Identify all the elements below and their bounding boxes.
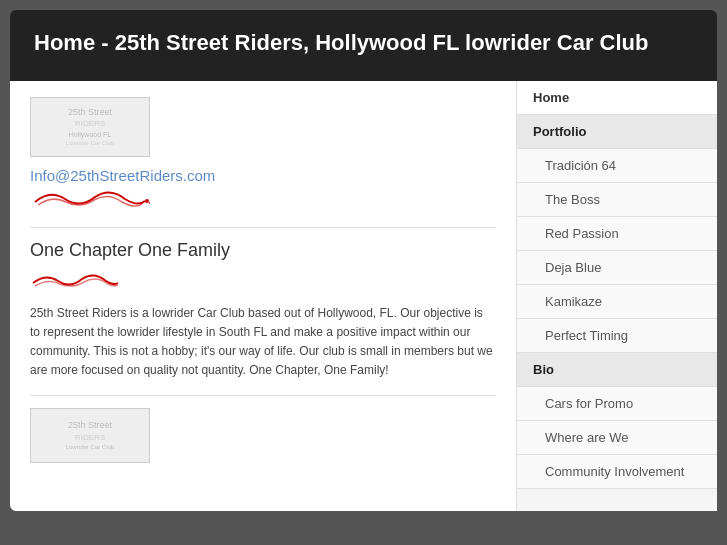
sidebar-item-cars-for-promo[interactable]: Cars for Promo	[517, 387, 717, 421]
svg-point-0	[145, 199, 149, 203]
divider-bottom	[30, 395, 496, 396]
logo-bottom: 25th Street RIDERS Lowrider Car Club	[30, 408, 150, 463]
body-text: 25th Street Riders is a lowrider Car Clu…	[30, 304, 496, 381]
content-area: 25th Street RIDERS Hollywood FL Lowrider…	[10, 81, 717, 511]
main-content: 25th Street RIDERS Hollywood FL Lowrider…	[10, 81, 517, 511]
sidebar-item-community-involvement[interactable]: Community Involvement	[517, 455, 717, 489]
sidebar-item-perfect-timing[interactable]: Perfect Timing	[517, 319, 717, 353]
sidebar-item-bio[interactable]: Bio	[517, 353, 717, 387]
swirl-svg-top	[30, 187, 150, 209]
logo-top: 25th Street RIDERS Hollywood FL Lowrider…	[30, 97, 150, 157]
sidebar-item-the-boss[interactable]: The Boss	[517, 183, 717, 217]
sidebar-item-where-are-we[interactable]: Where are We	[517, 421, 717, 455]
svg-point-1	[149, 202, 150, 204]
sidebar: HomePortfolioTradición 64The BossRed Pas…	[517, 81, 717, 511]
page-header: Home - 25th Street Riders, Hollywood FL …	[10, 10, 717, 81]
contact-email-link[interactable]: Info@25thStreetRiders.com	[30, 167, 215, 184]
sidebar-item-deja-blue[interactable]: Deja Blue	[517, 251, 717, 285]
sidebar-item-kamikaze[interactable]: Kamikaze	[517, 285, 717, 319]
divider-top	[30, 227, 496, 228]
swirl-decoration-small	[30, 271, 496, 294]
swirl-svg-small	[30, 271, 120, 289]
page-wrapper: Home - 25th Street Riders, Hollywood FL …	[10, 10, 717, 511]
sidebar-item-tradicin-64[interactable]: Tradición 64	[517, 149, 717, 183]
sidebar-item-red-passion[interactable]: Red Passion	[517, 217, 717, 251]
page-title: Home - 25th Street Riders, Hollywood FL …	[34, 28, 693, 59]
sidebar-item-portfolio[interactable]: Portfolio	[517, 115, 717, 149]
sidebar-item-home[interactable]: Home	[517, 81, 717, 115]
section-title: One Chapter One Family	[30, 240, 496, 261]
swirl-decoration-top	[30, 187, 496, 215]
